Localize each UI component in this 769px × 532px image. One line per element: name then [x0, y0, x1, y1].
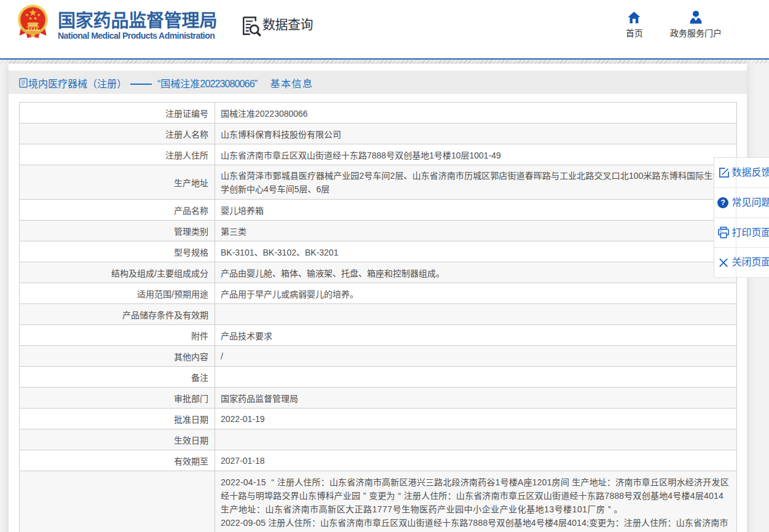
svg-text:?: ? [720, 198, 725, 207]
